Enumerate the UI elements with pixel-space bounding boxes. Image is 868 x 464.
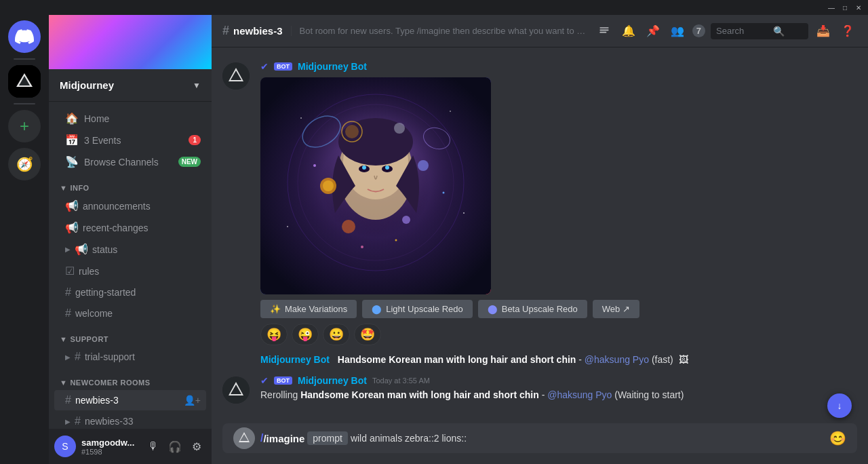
image-icon[interactable]: 🖼	[679, 354, 688, 365]
section-newcomer-label: NEWCOMER ROOMS	[70, 379, 150, 387]
server-menu-arrow: ▼	[193, 81, 201, 90]
svg-point-25	[361, 246, 363, 248]
user-area: S samgoodw... #1598 🎙 🎧 ⚙	[49, 429, 212, 464]
avatar-spacer	[222, 353, 250, 367]
make-variations-button[interactable]: ✨ Make Variations	[260, 300, 357, 318]
emoji-button[interactable]: 😊	[829, 430, 846, 446]
svg-point-26	[395, 239, 397, 241]
message-author-ref: Midjourney Bot	[260, 354, 330, 365]
message-group-ref: Midjourney Bot Handsome Korean man with …	[222, 351, 857, 370]
input-box: / /imagine prompt 😊	[222, 423, 857, 453]
message-header-1: ✔ BOT Midjourney Bot	[260, 61, 857, 72]
inbox-button[interactable]: 📥	[814, 22, 833, 41]
web-label: Web ↗	[602, 304, 630, 314]
headphones-button[interactable]: 🎧	[165, 437, 184, 456]
reaction-1[interactable]: 😝	[260, 324, 288, 345]
channel-item-getting-started[interactable]: # getting-started	[54, 282, 206, 303]
svg-point-14	[385, 166, 389, 170]
reroll-status-text: (Waiting to start)	[614, 389, 684, 400]
nav-item-browse-channels[interactable]: 📡 Browse Channels NEW	[54, 151, 206, 172]
user-controls: 🎙 🎧 ⚙	[144, 437, 206, 456]
message-content-1: ✔ BOT Midjourney Bot	[260, 61, 857, 345]
verify-badge-2: ✔	[260, 375, 269, 386]
minimize-button[interactable]: —	[827, 3, 835, 12]
maximize-button[interactable]: □	[841, 3, 849, 12]
expand-trial-arrow: ▶	[65, 353, 71, 361]
channel-item-announcements[interactable]: 📢 announcements	[54, 195, 206, 216]
channel-item-newbies-33[interactable]: ▶ # newbies-33	[54, 411, 206, 429]
channel-item-status[interactable]: ▶ 📢 status	[54, 239, 206, 260]
make-variations-icon: ✨	[270, 304, 281, 314]
section-newcomer-arrow: ▼	[60, 379, 67, 387]
nav-home-label: Home	[84, 113, 109, 124]
reaction-emoji-4: 🤩	[360, 327, 375, 342]
message-input[interactable]	[348, 431, 824, 445]
reaction-4[interactable]: 🤩	[354, 324, 381, 345]
message-author-1: Midjourney Bot	[298, 61, 367, 72]
server-header[interactable]: Midjourney ▼	[49, 69, 212, 102]
bot-badge-2: BOT	[274, 376, 292, 385]
svg-point-23	[313, 164, 316, 167]
section-info-arrow: ▼	[60, 184, 67, 192]
channel-item-welcome[interactable]: # welcome	[54, 303, 206, 324]
search-input[interactable]	[716, 26, 770, 36]
pin-button[interactable]: 📌	[644, 22, 663, 41]
channel-hash-icon: #	[222, 24, 229, 38]
members-button[interactable]: 👥	[668, 22, 687, 41]
bot-avatar-2	[222, 376, 250, 404]
section-support[interactable]: ▼ SUPPORT	[49, 324, 212, 346]
svg-point-13	[362, 166, 366, 170]
channel-recent-label: recent-changes	[83, 223, 149, 233]
section-newcomer-rooms[interactable]: ▼ NEWCOMER ROOMS	[49, 368, 212, 389]
beta-upscale-icon: ⬤	[488, 304, 498, 314]
beta-upscale-redo-button[interactable]: ⬤ Beta Upscale Redo	[478, 300, 587, 318]
user-tag: #1598	[81, 448, 138, 456]
settings-button[interactable]: ⚙	[187, 437, 206, 456]
nav-item-home[interactable]: 🏠 Home	[54, 108, 206, 129]
hash-icon-5: #	[75, 415, 81, 427]
server-list: + 🧭	[0, 15, 49, 464]
hash-icon-1: #	[65, 286, 71, 298]
hash-icon-3: #	[75, 351, 81, 363]
channel-item-rules[interactable]: ☑ rules	[54, 260, 206, 282]
section-support-arrow: ▼	[60, 335, 67, 343]
message-group-1: ✔ BOT Midjourney Bot	[222, 58, 857, 348]
light-upscale-label: Light Upscale Redo	[386, 304, 462, 314]
search-icon: 🔍	[773, 26, 785, 37]
light-upscale-redo-button[interactable]: ⬤ Light Upscale Redo	[362, 300, 472, 318]
add-server-button[interactable]: +	[8, 110, 41, 142]
channel-item-newbies-3[interactable]: # newbies-3 👤+	[54, 390, 206, 410]
close-button[interactable]: ✕	[854, 3, 863, 12]
discord-home-button[interactable]	[8, 20, 41, 53]
svg-point-24	[443, 192, 445, 194]
scroll-to-bottom-button[interactable]: ↓	[827, 393, 852, 418]
messages-scroll-container[interactable]: ✔ BOT Midjourney Bot	[212, 47, 868, 423]
channel-topic: Bot room for new users. Type /imagine th…	[291, 26, 587, 36]
announce3-icon: 📢	[75, 243, 88, 256]
announce-icon: 📢	[65, 199, 79, 212]
message-ref-content: Midjourney Bot Handsome Korean man with …	[260, 353, 857, 367]
nav-item-events[interactable]: 📅 3 Events 1	[54, 130, 206, 151]
section-info[interactable]: ▼ INFO	[49, 173, 212, 195]
help-button[interactable]: ❓	[838, 22, 857, 41]
svg-point-30	[287, 226, 288, 227]
app-layout: + 🧭 Midjourney ▼ 🏠 Home 📅 3 Events 1	[0, 15, 868, 464]
channel-newbies3-label: newbies-3	[75, 395, 119, 406]
reaction-2[interactable]: 😜	[292, 324, 319, 345]
channel-item-trial-support[interactable]: ▶ # trial-support	[54, 347, 206, 367]
reroll-dash: -	[542, 389, 548, 400]
home-icon: 🏠	[65, 112, 79, 125]
notification-button[interactable]: 🔔	[619, 22, 638, 41]
threads-button[interactable]	[595, 22, 614, 41]
reaction-3[interactable]: 😀	[323, 324, 350, 345]
mic-button[interactable]: 🎙	[144, 437, 163, 456]
explore-button[interactable]: 🧭	[8, 148, 41, 180]
hash-icon-2: #	[65, 307, 71, 320]
web-button[interactable]: Web ↗	[593, 300, 639, 318]
search-box[interactable]: 🔍	[711, 23, 808, 39]
channel-sidebar: Midjourney ▼ 🏠 Home 📅 3 Events 1 📡 Brows…	[49, 15, 212, 464]
channel-item-recent-changes[interactable]: 📢 recent-changes	[54, 217, 206, 238]
browse-channels-badge: NEW	[178, 157, 201, 167]
server-icon-midjourney[interactable]	[8, 65, 41, 98]
message-content-2: ✔ BOT Midjourney Bot Today at 3:55 AM Re…	[260, 375, 857, 404]
